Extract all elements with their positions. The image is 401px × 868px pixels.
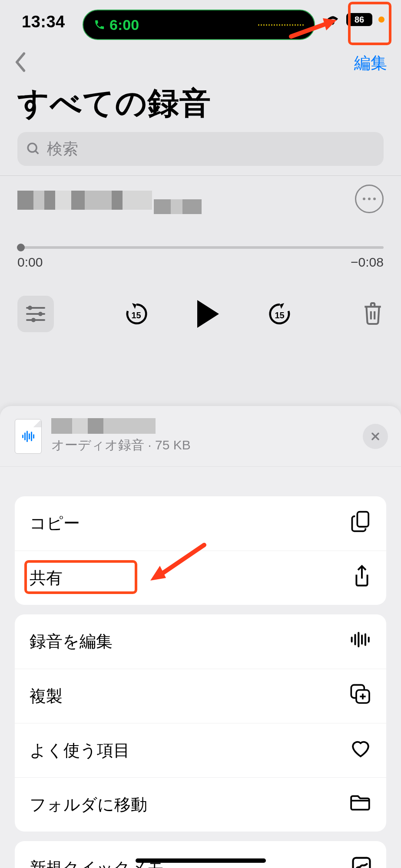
menu-copy[interactable]: コピー [15, 496, 386, 551]
delete-button[interactable] [362, 301, 384, 327]
play-button[interactable] [197, 300, 219, 328]
menu-favorite[interactable]: よく使う項目 [15, 723, 386, 777]
svg-line-1 [35, 151, 38, 154]
close-icon [370, 431, 381, 442]
recording-subtitle-redacted [154, 199, 202, 214]
menu-duplicate-label: 複製 [30, 685, 63, 707]
svg-rect-8 [357, 512, 368, 527]
scrubber-thumb[interactable] [17, 244, 25, 251]
current-time: 0:00 [17, 255, 43, 270]
recording-title-redacted [17, 191, 152, 210]
sheet-header: オーディオ録音 · 75 KB [0, 406, 401, 467]
skip-fwd-label: 15 [267, 304, 293, 327]
playback-controls: 15 15 [0, 270, 401, 350]
menu-move-folder[interactable]: フォルダに移動 [15, 777, 386, 832]
page-title: すべての録音 [0, 83, 401, 132]
phone-icon [94, 19, 105, 30]
status-bar: 13:34 6:00 86 [0, 0, 401, 43]
remaining-time: −0:08 [351, 255, 384, 270]
menu-share[interactable]: 共有 [15, 551, 386, 605]
status-time: 13:34 [22, 13, 65, 31]
copy-icon [351, 510, 371, 537]
back-button[interactable] [14, 52, 27, 74]
more-options-button[interactable] [355, 185, 384, 213]
sheet-title-redacted [51, 418, 156, 434]
folder-icon [349, 794, 371, 816]
search-input[interactable] [17, 132, 384, 166]
menu-group-2: 録音を編集 複製 よく使う項目 フォルダに移動 [15, 614, 386, 832]
menu-share-label: 共有 [30, 567, 63, 589]
menu-move-label: フォルダに移動 [30, 794, 147, 816]
waveform-icon [258, 24, 304, 26]
menu-edit-label: 録音を編集 [30, 630, 113, 653]
playback-scrubber[interactable]: 0:00 −0:08 [0, 216, 401, 270]
duplicate-icon [350, 683, 371, 709]
skip-back-label: 15 [123, 304, 149, 327]
menu-group-3: 新規クイックメモ [15, 841, 386, 868]
search-icon [26, 142, 41, 156]
home-indicator[interactable] [136, 858, 266, 863]
heart-icon [350, 739, 371, 762]
island-timer: 6:00 [109, 17, 139, 33]
share-icon [352, 564, 371, 592]
menu-quick-note[interactable]: 新規クイックメモ [15, 841, 386, 868]
dynamic-island[interactable]: 6:00 [83, 10, 315, 40]
recording-indicator-icon [378, 17, 384, 23]
wifi-icon [325, 14, 340, 25]
skip-forward-button[interactable]: 15 [267, 301, 293, 327]
menu-edit-recording[interactable]: 録音を編集 [15, 614, 386, 669]
playback-options-button[interactable] [17, 296, 54, 332]
recording-item[interactable] [0, 176, 401, 216]
close-button[interactable] [363, 424, 388, 449]
sheet-subtitle: オーディオ録音 · 75 KB [51, 436, 353, 454]
battery-level: 86 [355, 15, 364, 25]
quick-note-icon [351, 856, 371, 868]
menu-duplicate[interactable]: 複製 [15, 669, 386, 723]
nav-bar: 編集 [0, 43, 401, 83]
menu-group-1: コピー 共有 [15, 496, 386, 605]
edit-button[interactable]: 編集 [354, 52, 387, 74]
waveform-icon [350, 631, 371, 652]
battery-icon: 86 [346, 13, 372, 26]
search-field[interactable] [47, 140, 375, 158]
skip-back-button[interactable]: 15 [123, 301, 149, 327]
menu-favorite-label: よく使う項目 [30, 739, 130, 762]
svg-point-0 [28, 143, 36, 152]
audio-file-icon [15, 419, 42, 454]
action-sheet: オーディオ録音 · 75 KB コピー 共有 録音を編集 [0, 406, 401, 868]
menu-copy-label: コピー [30, 512, 80, 535]
